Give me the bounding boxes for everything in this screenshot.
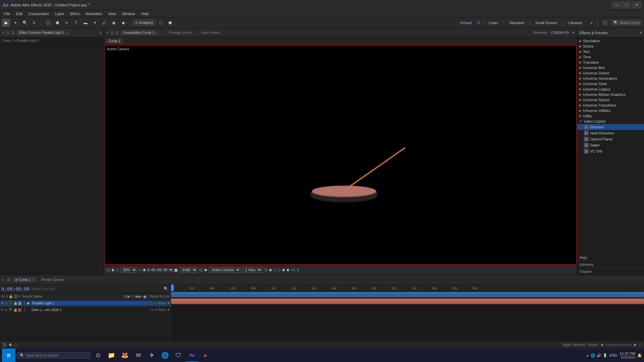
layer-audio-2[interactable]: ⊙ (5, 308, 9, 312)
menu-layer[interactable]: Layer (52, 11, 67, 16)
panel-menu-button[interactable]: ≡ (100, 31, 102, 35)
menu-file[interactable]: File (1, 11, 13, 16)
taskbar-app2[interactable]: ● (199, 349, 211, 362)
tool-light[interactable]: ⬟ (53, 19, 61, 27)
tool-extra2[interactable]: ⬢ (166, 19, 174, 27)
comp-snapshot-btn[interactable]: 📷 (169, 268, 173, 272)
tl-tab-render-queue[interactable]: Render Queue (39, 277, 66, 283)
tool-puppet[interactable]: ◆ (119, 19, 127, 27)
taskbar-telegram[interactable]: ✈ (146, 349, 158, 362)
toggle-switches-label[interactable]: Toggle Switches / Modes (561, 343, 598, 347)
effect-controls-close[interactable]: = (66, 31, 67, 35)
menu-edit[interactable]: Edit (13, 11, 25, 16)
category-stylize[interactable]: ▶ Stylize (577, 44, 644, 49)
table-row[interactable]: 👁 ⊙ ⬛ 🔒 2 Dark Li...een Solid 1 / fx ⊙ N… (0, 307, 171, 313)
category-universe-glow[interactable]: ▶ Universe Glow (577, 81, 644, 86)
panel-close-x[interactable]: ✕ (2, 31, 5, 35)
list-item[interactable] (171, 291, 644, 298)
layer-parent-val-2[interactable]: None ▼ (158, 308, 170, 312)
layer-audio-1[interactable]: ⊙ (5, 301, 9, 305)
menu-animation[interactable]: Animation (83, 11, 105, 16)
comp-tab[interactable]: Composition Comp 1 = (120, 30, 160, 36)
comp-view-btn3[interactable]: ⬠ (273, 268, 276, 272)
tl-bottom-btn1[interactable]: ⬛ (2, 343, 7, 347)
tool-zoom[interactable]: 🔍 (21, 19, 29, 27)
tool-stamp[interactable]: ◉ (110, 19, 118, 27)
layer-parent-val-1[interactable]: None ▼ (158, 301, 170, 305)
zoom-select[interactable]: 50% (120, 267, 137, 273)
workspace-menu-icon[interactable]: ☰ (477, 20, 480, 25)
tool-brush[interactable]: 🖊 (100, 19, 108, 27)
taskbar-security[interactable]: 🛡 (172, 349, 184, 362)
tracker-section[interactable]: Tracker (577, 268, 644, 275)
workspace-default[interactable]: Default (457, 20, 474, 25)
language-indicator[interactable]: ENG (609, 353, 618, 357)
category-universe-distort[interactable]: ▶ Universe Distort (577, 70, 644, 76)
tool-selection[interactable]: ▶ (2, 19, 10, 27)
tray-battery[interactable]: 🔋 (603, 353, 607, 358)
category-universe-blur[interactable]: ▶ Universe Blur (577, 65, 644, 70)
menu-effect[interactable]: Effect (67, 11, 82, 16)
table-row[interactable]: 👁 ⊙ ⬛ 🔒 1 ⬟ Parallel Light 1 ⬛ ⊙ None ▼ (0, 300, 171, 307)
comp-close-x[interactable]: ✕ (106, 31, 109, 35)
comp-btn-grid[interactable]: ⬠ (116, 268, 119, 272)
comp-timecode[interactable]: 0;00;00;00 (147, 268, 167, 272)
tl-tab-comp1-menu[interactable]: ≡ (32, 278, 34, 282)
align-section[interactable]: Align (577, 254, 644, 261)
workspace-overflow[interactable]: » (588, 20, 595, 25)
comp-view-btn2[interactable]: ⬟ (269, 268, 272, 272)
workspace-libraries[interactable]: Libraries (566, 20, 585, 25)
effects-menu[interactable]: ≡ (640, 31, 642, 35)
comp-fit-btn[interactable]: ⬡ (139, 268, 142, 272)
effect-optical-flares[interactable]: o Optical Flares (577, 136, 644, 142)
tl-bottom-btn2[interactable]: ⬟ (9, 343, 12, 347)
menu-window[interactable]: Window (119, 11, 138, 16)
comp-btn-view-options[interactable]: ⬛ (106, 268, 110, 272)
tray-arrow[interactable]: ▲ (586, 353, 589, 357)
category-universe-generators[interactable]: ▶ Universe Generators (577, 76, 644, 81)
layer-solo-2[interactable]: ⬛ (9, 308, 13, 312)
tl-zoom-slider[interactable] (605, 344, 632, 346)
tl-tab-comp1[interactable]: Comp 1 ≡ (12, 277, 37, 283)
effect-saber[interactable]: s Saber (577, 142, 644, 148)
comp-btn-safe-margins[interactable]: ⬟ (111, 268, 114, 272)
minimize-button[interactable]: — (612, 1, 621, 9)
category-universe-utilities[interactable]: ▶ Universe Utilities (577, 108, 644, 113)
effect-controls-tab[interactable]: Effect Controls Parallel Light 1 = (16, 30, 70, 36)
start-button[interactable]: ⊞ (2, 349, 15, 362)
taskbar-task-view[interactable]: ⊙ (92, 349, 104, 362)
workspace-standard[interactable]: Standard (506, 20, 527, 25)
tray-network[interactable]: 🌐 (591, 353, 595, 358)
snapping-toggle[interactable]: ☑ Snapping (133, 20, 155, 25)
tl-zoom-in[interactable]: ▶ (634, 343, 637, 347)
tool-shape-rect[interactable]: ▬ (82, 19, 90, 27)
comp-tab-close[interactable]: = (155, 31, 157, 35)
maximize-button[interactable]: □ (622, 1, 631, 9)
category-text[interactable]: ▶ Text (577, 49, 644, 54)
comp-mute-btn[interactable]: ⬟ (204, 268, 207, 272)
renderer-expand[interactable]: ▼ (572, 31, 575, 35)
comp-fast-preview[interactable]: ⬛ (199, 268, 203, 272)
tl-zoom-out[interactable]: ◀ (600, 343, 603, 347)
tool-shape-star[interactable]: ✦ (91, 19, 99, 27)
taskbar-browser[interactable]: 🌐 (159, 349, 171, 362)
category-video-copilot[interactable]: ▼ Video Copilot (577, 119, 644, 124)
comp-color-btn[interactable]: ⬤ (174, 268, 178, 272)
tl-bottom-btn3[interactable]: ⬠ (14, 343, 17, 347)
tray-volume[interactable]: 🔊 (597, 353, 601, 358)
comp-view-btn5[interactable]: ⬢ (282, 268, 285, 272)
tool-hand[interactable]: ✦ (11, 19, 19, 27)
layer-vis-1[interactable]: 👁 (1, 301, 5, 305)
workspace-small-screen[interactable]: Small Screen (533, 20, 560, 25)
menu-view[interactable]: View (105, 11, 119, 16)
notification-bell[interactable]: 🔔 (637, 353, 642, 358)
list-item[interactable] (171, 298, 644, 305)
layer-lock-2[interactable]: 🔒 (13, 308, 17, 312)
menu-composition[interactable]: Composition (26, 11, 52, 16)
category-simulation[interactable]: ▶ Simulation (577, 38, 644, 44)
workspace-learn[interactable]: Learn (486, 20, 501, 25)
menu-help[interactable]: Help (139, 11, 152, 16)
comp-view-btn4[interactable]: ⬡ (278, 268, 281, 272)
category-universe-stylize[interactable]: ▶ Universe Stylize (577, 97, 644, 103)
category-transition[interactable]: ▶ Transition (577, 60, 644, 65)
